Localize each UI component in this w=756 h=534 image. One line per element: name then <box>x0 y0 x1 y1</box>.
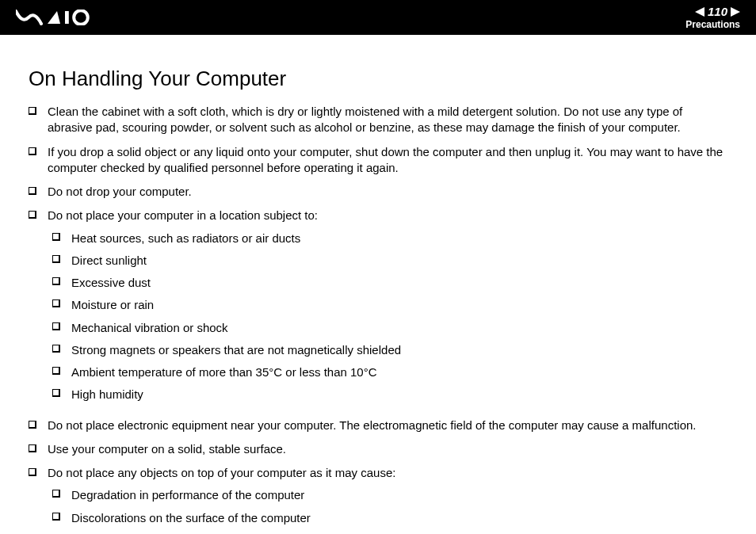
sub-list-item-text: Excessive dust <box>71 275 151 291</box>
bullet-square-icon <box>29 468 36 476</box>
bullet-square-icon <box>52 299 60 307</box>
list-item: Use your computer on a solid, stable sur… <box>29 441 727 457</box>
bullet-square-icon <box>52 389 60 397</box>
list-item-text: Use your computer on a solid, stable sur… <box>48 442 286 456</box>
page-title: On Handling Your Computer <box>29 67 727 91</box>
sub-list-item-text: Mechanical vibration or shock <box>71 320 228 336</box>
sub-list-item: Degradation in performance of the comput… <box>48 487 727 503</box>
sub-list-item-text: Moisture or rain <box>71 297 154 313</box>
sub-list-item: Moisture or rain <box>48 297 727 313</box>
list-item-body: Clean the cabinet with a soft cloth, whi… <box>48 104 727 136</box>
bullet-square-icon <box>52 277 60 285</box>
sub-list-item-text: Degradation in performance of the comput… <box>71 487 304 503</box>
vaio-logo <box>16 10 92 25</box>
bullet-square-icon <box>29 187 36 195</box>
svg-rect-1 <box>65 11 69 24</box>
sub-list-item: Direct sunlight <box>48 253 727 269</box>
sub-list-item: Ambient temperature of more than 35°C or… <box>48 364 727 380</box>
prev-page-arrow-icon[interactable] <box>695 7 704 17</box>
list-item: Do not drop your computer. <box>29 184 727 200</box>
sub-list-item: Heat sources, such as radiators or air d… <box>48 231 727 246</box>
list-item: Do not place any objects on top of your … <box>29 465 727 532</box>
sub-list-item-text: Ambient temperature of more than 35°C or… <box>71 364 377 380</box>
sub-list: Degradation in performance of the comput… <box>48 487 727 526</box>
list-item: Do not place electronic equipment near y… <box>29 418 727 433</box>
svg-point-2 <box>74 10 88 25</box>
list-item-text: Do not place your computer in a location… <box>48 208 318 222</box>
sub-list-item: High humidity <box>48 387 727 402</box>
sub-list-item-text: Heat sources, such as radiators or air d… <box>71 231 300 246</box>
next-page-arrow-icon[interactable] <box>731 7 740 17</box>
sub-list-item: Mechanical vibration or shock <box>48 320 727 336</box>
bullet-square-icon <box>52 255 60 263</box>
bullet-square-icon <box>29 421 36 429</box>
bullet-square-icon <box>29 211 36 219</box>
list-item-body: Use your computer on a solid, stable sur… <box>48 441 727 457</box>
sub-list-item-text: Discolorations on the surface of the com… <box>71 510 311 526</box>
list-item-text: Do not drop your computer. <box>48 185 192 198</box>
bullet-square-icon <box>29 147 36 155</box>
sub-list-item-text: Direct sunlight <box>71 253 147 269</box>
svg-marker-0 <box>48 11 60 24</box>
section-label: Precautions <box>685 19 740 30</box>
page-nav: 110 <box>685 5 740 18</box>
bullet-square-icon <box>29 107 36 115</box>
list-item-text: Do not place electronic equipment near y… <box>48 418 697 432</box>
list-item-body: Do not place your computer in a location… <box>48 208 727 409</box>
precautions-list: Clean the cabinet with a soft cloth, whi… <box>29 104 727 532</box>
sub-list-item: Discolorations on the surface of the com… <box>48 510 727 526</box>
header-bar: 110 Precautions <box>0 0 756 35</box>
bullet-square-icon <box>52 513 60 521</box>
sub-list-item: Strong magnets or speakers that are not … <box>48 342 727 358</box>
list-item: Do not place your computer in a location… <box>29 208 727 409</box>
list-item-text: Clean the cabinet with a soft cloth, whi… <box>48 105 682 134</box>
bullet-square-icon <box>52 367 60 375</box>
bullet-square-icon <box>52 345 60 353</box>
list-item-body: Do not drop your computer. <box>48 184 727 200</box>
sub-list-item-text: Strong magnets or speakers that are not … <box>71 342 401 358</box>
sub-list-item-text: High humidity <box>71 387 143 402</box>
bullet-square-icon <box>52 490 60 498</box>
sub-list-item: Excessive dust <box>48 275 727 291</box>
list-item: Clean the cabinet with a soft cloth, whi… <box>29 104 727 136</box>
list-item-body: Do not place any objects on top of your … <box>48 465 727 532</box>
list-item-body: If you drop a solid object or any liquid… <box>48 144 727 177</box>
list-item: If you drop a solid object or any liquid… <box>29 144 727 177</box>
header-right: 110 Precautions <box>685 5 740 30</box>
list-item-text: Do not place any objects on top of your … <box>48 466 395 479</box>
sub-list: Heat sources, such as radiators or air d… <box>48 231 727 403</box>
bullet-square-icon <box>52 233 60 241</box>
list-item-text: If you drop a solid object or any liquid… <box>48 145 723 174</box>
bullet-square-icon <box>29 444 36 452</box>
bullet-square-icon <box>52 322 60 330</box>
list-item-body: Do not place electronic equipment near y… <box>48 418 727 433</box>
page-content: On Handling Your Computer Clean the cabi… <box>0 35 756 532</box>
page-number: 110 <box>708 5 727 18</box>
